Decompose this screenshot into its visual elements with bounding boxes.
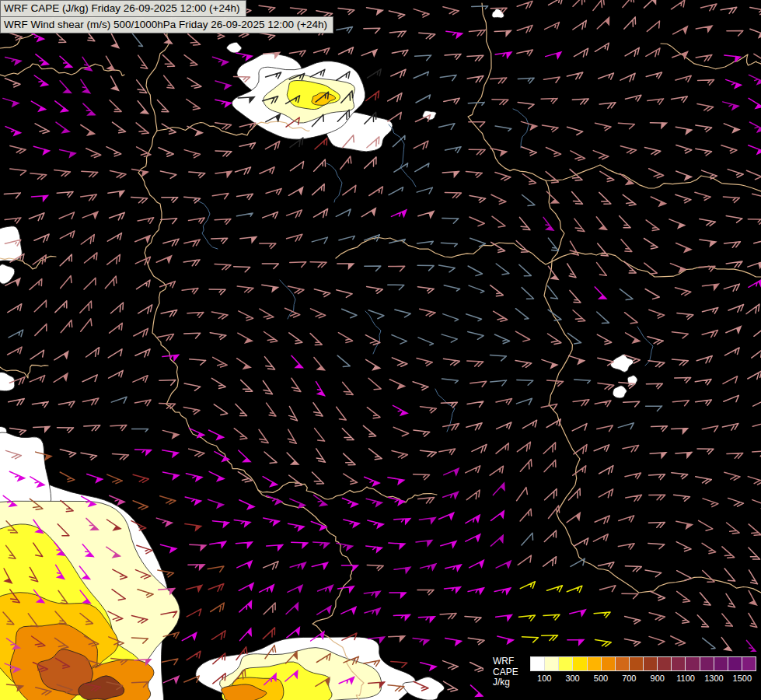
legend-swatch <box>671 656 686 671</box>
legend-model-label: WRF <box>493 656 522 667</box>
legend-swatch <box>544 656 559 671</box>
legend-swatch <box>657 656 672 671</box>
weather-map-canvas <box>0 0 761 700</box>
legend-swatch <box>601 656 616 671</box>
cape-legend: WRF CAPE J/kg 10030050070090011001300150… <box>483 652 761 700</box>
legend-tick-label: 500 <box>594 674 608 683</box>
legend-tick-label: 1500 <box>733 674 752 683</box>
legend-swatch <box>629 656 644 671</box>
legend-swatch <box>530 656 545 671</box>
legend-unit-label: J/kg <box>493 677 522 688</box>
legend-tick-label: 700 <box>622 674 636 683</box>
legend-tick-label: 1300 <box>704 674 723 683</box>
legend-swatch <box>572 656 587 671</box>
legend-colorbar <box>530 656 756 671</box>
legend-tick-label: 300 <box>565 674 579 683</box>
weather-map-stage: WRF CAPE (J/kg) Friday 26-09-2025 12:00 … <box>0 0 761 700</box>
legend-swatch <box>700 656 714 671</box>
legend-tick-label: 1100 <box>676 674 695 683</box>
legend-swatch <box>742 656 756 671</box>
legend-swatch <box>728 656 742 671</box>
legend-swatch <box>714 656 728 671</box>
legend-tick-label: 100 <box>537 674 551 683</box>
legend-swatch <box>643 656 658 671</box>
legend-tick-label: 900 <box>651 674 665 683</box>
legend-swatch <box>587 656 602 671</box>
legend-swatch <box>685 656 700 671</box>
legend-labels: WRF CAPE J/kg <box>493 654 522 698</box>
legend-param-label: CAPE <box>493 667 522 678</box>
legend-swatch <box>558 656 573 671</box>
legend-tick-row: 100300500700900110013001500 <box>530 671 756 684</box>
map-title-block: WRF CAPE (J/kg) Friday 26-09-2025 12:00 … <box>0 0 333 33</box>
legend-colorbar-wrap: 100300500700900110013001500 <box>530 654 756 698</box>
map-title-shear: WRF Wind shear (m/s) 500/1000hPa Friday … <box>0 16 333 33</box>
map-title-cape: WRF CAPE (J/kg) Friday 26-09-2025 12:00 … <box>0 0 246 17</box>
legend-swatch <box>615 656 630 671</box>
